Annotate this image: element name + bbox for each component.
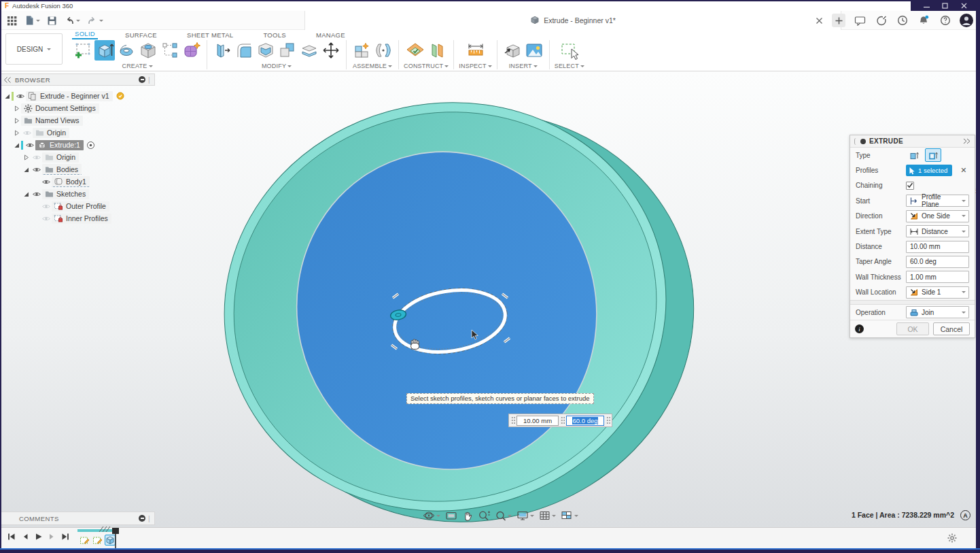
tree-collapsed-arrow-icon[interactable]	[12, 116, 21, 125]
zoom-button[interactable]	[478, 510, 490, 522]
chevron-down-icon[interactable]	[530, 515, 534, 519]
visibility-eye-icon[interactable]	[15, 92, 25, 101]
timeline-feature-1[interactable]	[79, 535, 90, 546]
chevron-down-icon[interactable]	[436, 515, 440, 519]
tree-item-extrude-1[interactable]: Extrude:1	[3, 139, 155, 151]
tree-item-chip[interactable]: Extrude:1	[35, 140, 84, 150]
tree-collapsed-arrow-icon[interactable]	[12, 129, 21, 137]
canvas-button[interactable]	[524, 40, 544, 61]
chevron-down-icon[interactable]	[76, 20, 80, 24]
tree-item-bodies[interactable]: Bodies	[3, 163, 155, 175]
visibility-eye-icon[interactable]	[31, 190, 41, 199]
app-grid-button[interactable]	[5, 13, 19, 28]
tab-sheet-metal[interactable]: SHEET METAL	[184, 31, 236, 39]
extensions-button[interactable]	[875, 13, 888, 28]
operation-select[interactable]: Join	[906, 306, 969, 318]
tree-item-chip[interactable]: Inner Profiles	[52, 214, 111, 224]
job-status-button[interactable]	[896, 13, 909, 28]
tab-surface[interactable]: SURFACE	[122, 31, 160, 39]
tree-item-chip[interactable]: Origin	[33, 128, 69, 138]
toolbar-group-label[interactable]: ASSEMBLE	[353, 63, 392, 69]
shell-button[interactable]	[256, 40, 276, 61]
toolbar-group-label[interactable]: CONSTRUCT	[404, 63, 449, 69]
hidden-eye-icon[interactable]	[41, 214, 51, 223]
chaining-checkbox[interactable]	[906, 182, 914, 190]
tree-item-chip[interactable]: Document Settings	[21, 103, 99, 114]
hidden-eye-icon[interactable]	[31, 153, 41, 162]
maximize-icon[interactable]	[942, 3, 948, 9]
toolbar-group-label[interactable]: CREATE	[122, 63, 152, 69]
tree-expanded-arrow-icon[interactable]	[3, 92, 12, 101]
tab-tools[interactable]: TOOLS	[260, 31, 289, 39]
timeline-settings-gear-icon[interactable]	[947, 533, 957, 546]
panel-options-icon[interactable]	[139, 76, 145, 83]
tree-item-named-views[interactable]: Named Views	[3, 114, 155, 127]
joint-button[interactable]	[373, 40, 393, 61]
tree-item-body1[interactable]: Body1	[3, 175, 155, 188]
lookat-button[interactable]	[445, 510, 457, 521]
toolbar-group-label[interactable]: MODIFY	[262, 63, 292, 69]
tree-item-chip[interactable]: Origin	[42, 152, 79, 163]
grid-layout-button[interactable]	[539, 510, 556, 521]
workspace-selector[interactable]: DESIGN	[5, 33, 63, 65]
hidden-eye-icon[interactable]	[22, 129, 32, 137]
tree-item-chip[interactable]: Named Views	[21, 116, 83, 126]
extrude-dialog-header[interactable]: EXTRUDE	[850, 135, 975, 148]
timeline-step-forward-button[interactable]	[48, 532, 56, 541]
measure-button[interactable]	[466, 40, 486, 61]
profiles-selected-chip[interactable]: 1 selected	[906, 165, 952, 176]
tree-collapsed-arrow-icon[interactable]	[12, 104, 21, 113]
minimize-icon[interactable]	[924, 3, 930, 9]
timeline-skip-start-button[interactable]	[7, 532, 16, 541]
activate-component-radio[interactable]	[86, 141, 95, 150]
tree-expanded-arrow-icon[interactable]	[22, 165, 31, 174]
insert-derive-button[interactable]	[502, 40, 523, 61]
midplane-button[interactable]	[427, 40, 447, 61]
viewports-button[interactable]	[561, 510, 578, 521]
extent-type-select[interactable]: Distance	[906, 225, 969, 237]
tab-manage[interactable]: MANAGE	[313, 31, 348, 39]
taper-angle-input[interactable]: 60.0 deg	[566, 416, 604, 426]
fit-button[interactable]	[495, 510, 512, 522]
chevron-down-icon[interactable]	[36, 20, 40, 24]
tree-item-sketches[interactable]: Sketches	[3, 188, 155, 200]
move-button[interactable]	[321, 40, 341, 61]
offset-plane-button[interactable]	[405, 40, 425, 61]
orbit-button[interactable]	[423, 509, 440, 522]
clear-selection-icon[interactable]: ✕	[960, 166, 966, 175]
visibility-eye-icon[interactable]	[41, 178, 51, 186]
timeline-position-marker[interactable]	[111, 528, 120, 548]
tree-item-chip[interactable]: Bodies	[42, 164, 82, 175]
wall-thickness-input[interactable]: 1.00 mm	[906, 271, 969, 283]
tree-item-chip[interactable]: Sketches	[42, 189, 89, 199]
tree-collapsed-arrow-icon[interactable]	[22, 153, 31, 162]
timeline-play-button[interactable]	[34, 532, 43, 541]
notifications-button[interactable]	[917, 13, 931, 28]
pan-button[interactable]	[462, 510, 473, 522]
tree-item-chip[interactable]: Extrude - Beginner v1	[26, 91, 113, 101]
save-button[interactable]	[46, 13, 58, 28]
extrude-type-solid-button[interactable]	[906, 148, 922, 162]
chevron-down-icon[interactable]	[99, 20, 103, 24]
select-button[interactable]	[559, 40, 580, 61]
new-tab-button[interactable]	[832, 14, 845, 27]
combine-button[interactable]	[277, 40, 298, 61]
visibility-eye-icon[interactable]	[24, 141, 35, 150]
hidden-eye-icon[interactable]	[41, 202, 51, 211]
toolbar-group-label[interactable]: INSERT	[509, 63, 538, 69]
tree-item-inner-profiles[interactable]: Inner Profiles	[3, 212, 155, 224]
start-select[interactable]: Profile Plane	[906, 195, 969, 207]
timeline-feature-2[interactable]	[92, 535, 103, 546]
drag-handle-icon[interactable]	[606, 416, 610, 425]
timeline-skip-end-button[interactable]	[60, 532, 70, 541]
extrude-button[interactable]	[94, 40, 115, 61]
chevron-down-icon[interactable]	[552, 515, 556, 519]
new-component-button[interactable]	[351, 40, 372, 61]
split-body-button[interactable]	[299, 40, 319, 61]
form-button[interactable]	[181, 40, 202, 61]
fillet-button[interactable]	[234, 40, 254, 61]
toolbar-group-label[interactable]: SELECT	[555, 63, 584, 69]
tab-solid[interactable]: SOLID	[72, 30, 98, 39]
display-settings-button[interactable]	[517, 510, 534, 521]
comments-options-icon[interactable]	[139, 515, 145, 522]
